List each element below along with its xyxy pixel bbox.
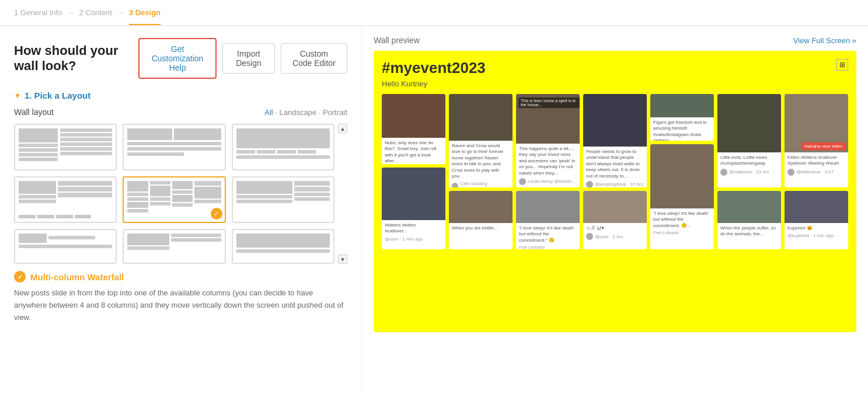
wall-col-5: Figaro got freedom and is amusing himsel… (650, 94, 714, 328)
wall-card-6: "I love sleep! It's like death but witho… (516, 191, 580, 249)
view-fullscreen-link[interactable]: View Full Screen » (793, 36, 856, 45)
wall-col-7: Hahaha nice kitten Kitten #kittens #catl… (785, 94, 848, 328)
layout-filters: All · Landscape · Portrait (264, 108, 347, 117)
breadcrumb-step-3[interactable]: 3 Design (129, 8, 161, 25)
page-title: How should your wall look? (14, 43, 138, 74)
wall-card-7: People needs to grow to understand that … (583, 94, 647, 187)
wall-grid: Nubs: why does she do this?. Small boy: … (382, 94, 848, 328)
wall-col-1: Nubs: why does she do this?. Small boy: … (382, 94, 445, 328)
wall-card-9: Figaro got freedom and is amusing himsel… (650, 94, 714, 141)
preview-header: Wall preview View Full Screen » (374, 36, 856, 45)
wall-card-5: This is how I know a spirit is in the ho… (516, 94, 580, 187)
wall-preview: #myevent2023 Hello Kurtney ⊞ Nubs: why d… (374, 51, 856, 332)
custom-code-editor-button[interactable]: Custom Code Editor (281, 43, 347, 74)
wall-card-11: Little evils. Lottie loves. #compasshemi… (717, 94, 781, 187)
wall-layout-label: Wall layout (14, 107, 54, 117)
selected-layout-check-badge: ✓ (14, 271, 26, 283)
wall-card-8: ☆彡 남♥ @user · 2 hrs (583, 191, 647, 249)
main-container: How should your wall look? Get Customiza… (0, 26, 868, 392)
header-actions: Get Customization Help Import Design Cus… (138, 38, 347, 79)
layout-card-3[interactable] (232, 124, 334, 170)
layout-card-6[interactable] (232, 176, 334, 223)
wall-col-3: This is how I know a spirit is in the ho… (516, 94, 580, 328)
layout-card-9[interactable] (232, 229, 334, 264)
wall-col-6: Little evils. Lottie loves. #compasshemi… (717, 94, 781, 328)
layout-card-8[interactable] (123, 229, 225, 264)
preview-title: Wall preview (374, 36, 420, 45)
section-arrow-icon: ▼ (14, 92, 21, 100)
wall-card-2: #kittens #kitten#catlover... @user · 1 m… (382, 168, 445, 249)
get-customization-button[interactable]: Get Customization Help (138, 38, 217, 79)
import-design-button[interactable]: Import Design (222, 43, 275, 74)
layout-scroll: ▲ ▼ (338, 124, 347, 264)
section-title[interactable]: 1. Pick a Layout (25, 90, 90, 100)
layout-card-2[interactable] (123, 124, 225, 170)
wall-col-2: Raven and Crow would love to go to their… (449, 94, 513, 328)
layout-card-5-selected[interactable] (123, 176, 225, 223)
filter-portrait[interactable]: Portrait (323, 108, 347, 117)
expand-icon[interactable]: ⊞ (836, 59, 848, 71)
filter-all[interactable]: All (264, 108, 273, 117)
scroll-up-button[interactable]: ▲ (338, 124, 347, 133)
layout-row: Wall layout All · Landscape · Portrait (14, 107, 347, 117)
breadcrumb-step-1[interactable]: 1 General Info (14, 8, 62, 17)
header-row: How should your wall look? Get Customiza… (14, 38, 347, 79)
wall-card-3: Raven and Crow would love to go to their… (449, 94, 513, 187)
layout-grid (14, 124, 334, 264)
breadcrumb: 1 General Info → 2 Content → 3 Design (0, 0, 868, 26)
left-panel: How should your wall look? Get Customiza… (0, 26, 362, 392)
wall-card-4: When you are bottle... (449, 191, 513, 249)
wall-card-12: When the people suffer, so do the animal… (717, 191, 781, 249)
wall-card-10: "I love sleep! It's like death but witho… (650, 144, 714, 249)
wall-card-14: Kujamini 🐱 @kujamini · 1 min ago (785, 191, 848, 249)
breadcrumb-arrow-2: → (117, 8, 124, 17)
wall-event-title: #myevent2023 (382, 59, 486, 77)
breadcrumb-arrow-1: → (67, 8, 74, 17)
layout-grid-container: ▲ ▼ (14, 124, 347, 264)
filter-landscape[interactable]: Landscape (280, 108, 317, 117)
layout-card-1[interactable] (14, 124, 117, 170)
breadcrumb-step-2[interactable]: 2 Content (79, 8, 111, 17)
section-header: ▼ 1. Pick a Layout (14, 90, 347, 100)
layout-description: New posts slide in from the top into one… (14, 287, 347, 323)
layout-card-4[interactable] (14, 176, 117, 223)
right-panel: Wall preview View Full Screen » #myevent… (362, 26, 868, 392)
selected-layout-name: ✓ Multi-column Waterfall (14, 271, 347, 283)
wall-card-13: Hahaha nice kitten Kitten #kittens #catl… (785, 94, 848, 187)
selected-check-icon (211, 208, 222, 220)
wall-card-1: Nubs: why does she do this?. Small boy: … (382, 94, 445, 164)
wall-subtitle: Hello Kurtney (382, 79, 486, 88)
wall-col-4: People needs to grow to understand that … (583, 94, 647, 328)
scroll-down-button[interactable]: ▼ (338, 255, 347, 264)
layout-card-7[interactable] (14, 229, 117, 264)
